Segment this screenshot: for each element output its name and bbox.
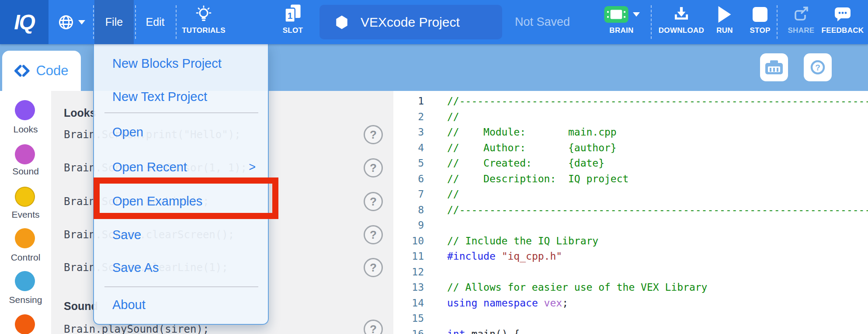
feedback-label: FEEDBACK [822, 26, 864, 35]
menu-item-open-recent[interactable]: Open Recent> [94, 151, 268, 183]
app-logo-text: IQ [14, 10, 35, 34]
code-segment: // Allows for easier use of the VEX Libr… [447, 282, 707, 293]
menu-item-open[interactable]: Open [94, 113, 268, 151]
command-help-button[interactable]: ? [364, 158, 383, 177]
menu-item-new-blocks-project[interactable]: New Blocks Project [94, 46, 268, 81]
palette-category-label: Control [0, 252, 51, 263]
code-chevrons-icon [14, 64, 30, 77]
palette-category-control[interactable] [15, 228, 35, 248]
chevron-down-icon [78, 20, 85, 24]
code-text: // Description: IQ project [447, 171, 628, 187]
code-text: // [447, 187, 459, 202]
code-segment: // Created: {date} [447, 157, 604, 169]
code-segment: main() { [465, 328, 520, 334]
menu-item-label: About [112, 298, 146, 312]
download-icon [672, 5, 691, 24]
menu-item-label: Open Examples [112, 194, 202, 209]
svg-text:?: ? [815, 63, 820, 72]
help-button[interactable]: ? [804, 53, 832, 81]
palette: LooksSoundEventsControlSensing [0, 91, 51, 334]
project-name-button[interactable]: VEXcode Project [319, 5, 502, 39]
code-line: 2// [393, 109, 868, 125]
code-segment: //--------------------------------------… [447, 95, 868, 107]
file-menu: New Blocks ProjectNew Text ProjectOpenOp… [93, 44, 269, 325]
code-text: // Created: {date} [447, 156, 604, 171]
line-number: 10 [393, 233, 424, 249]
code-segment: ; [562, 297, 568, 309]
toolbar-separator [777, 5, 778, 39]
line-number: 12 [393, 264, 424, 280]
code-segment: #include [447, 250, 496, 262]
line-number: 13 [393, 280, 424, 296]
code-line: 11#include "iq_cpp.h" [393, 249, 868, 264]
menu-file[interactable]: File [94, 0, 134, 44]
menu-item-open-examples[interactable]: Open Examples [94, 183, 268, 219]
line-number: 11 [393, 249, 424, 264]
brain-icon [604, 6, 629, 23]
share-icon [792, 6, 810, 23]
brain-label: BRAIN [609, 26, 633, 35]
code-segment: namespace [483, 297, 538, 309]
submenu-arrow-icon: > [249, 160, 256, 174]
menu-item-about[interactable]: About [94, 287, 268, 322]
code-text: // Module: main.cpp [447, 125, 617, 140]
code-segment: // [447, 111, 459, 122]
share-label: SHARE [788, 26, 814, 35]
lightbulb-icon [195, 5, 212, 24]
brain-button[interactable]: BRAIN [597, 0, 646, 44]
code-line: 15 [393, 311, 868, 327]
code-text: // Allows for easier use of the VEX Libr… [447, 280, 707, 296]
download-button[interactable]: DOWNLOAD [656, 0, 706, 44]
code-text: // [447, 109, 459, 125]
line-number: 15 [393, 311, 424, 327]
share-button[interactable]: SHARE [785, 0, 817, 44]
stop-button[interactable]: STOP [746, 0, 774, 44]
code-line: 13// Allows for easier use of the VEX Li… [393, 280, 868, 296]
line-number: 1 [393, 94, 424, 109]
palette-category-looks[interactable] [15, 100, 35, 120]
stop-icon [752, 6, 768, 23]
code-segment: // Author: {author} [447, 142, 617, 153]
line-number: 6 [393, 171, 424, 187]
menu-file-label: File [105, 16, 123, 28]
brain-port-icon [764, 59, 784, 76]
slot-pages-icon: 1 [284, 4, 302, 25]
palette-category-sensing[interactable] [15, 271, 35, 291]
command-help-button[interactable]: ? [364, 125, 383, 144]
code-text: //--------------------------------------… [447, 94, 868, 109]
code-editor[interactable]: 1//-------------------------------------… [393, 91, 868, 334]
command-section-header: Looks [64, 107, 96, 119]
menu-item-save[interactable]: Save [94, 219, 268, 250]
menu-item-save-as[interactable]: Save As [94, 250, 268, 285]
slot-button[interactable]: 1 SLOT [274, 0, 311, 44]
command-help-button[interactable]: ? [364, 258, 383, 277]
palette-category-label: Looks [0, 124, 51, 135]
device-port-button[interactable] [760, 53, 788, 81]
chevron-down-icon [633, 12, 640, 17]
palette-category-events[interactable] [15, 187, 35, 207]
code-line: 12 [393, 264, 868, 280]
feedback-button[interactable]: FEEDBACK [821, 0, 865, 44]
file-menu-items: New Blocks ProjectNew Text ProjectOpenOp… [94, 46, 268, 322]
menu-item-new-text-project[interactable]: New Text Project [94, 81, 268, 112]
palette-category-extra[interactable] [15, 314, 35, 334]
slot-number: 1 [288, 10, 293, 21]
language-button[interactable] [51, 0, 92, 44]
code-segment: // Module: main.cpp [447, 126, 617, 138]
menu-edit[interactable]: Edit [136, 0, 174, 44]
run-button[interactable]: RUN [711, 0, 739, 44]
palette-category-sound[interactable] [15, 144, 35, 164]
app-logo: IQ [0, 0, 49, 44]
command-help-button[interactable]: ? [364, 320, 383, 334]
tab-code[interactable]: Code [2, 51, 81, 91]
tutorials-button[interactable]: TUTORIALS [177, 0, 230, 44]
vexcode-iq-window: Code ? LooksSoundEventsControlSensing Lo… [0, 0, 868, 334]
toolbar-separator [176, 5, 177, 39]
code-line: 6// Description: IQ project [393, 171, 868, 187]
menu-item-label: Open [112, 125, 143, 139]
hexagon-icon [334, 14, 349, 31]
feedback-bubble-icon [833, 6, 852, 23]
command-help-button[interactable]: ? [364, 225, 383, 244]
command-help-button[interactable]: ? [364, 192, 383, 211]
palette-category-label: Sensing [0, 295, 51, 305]
